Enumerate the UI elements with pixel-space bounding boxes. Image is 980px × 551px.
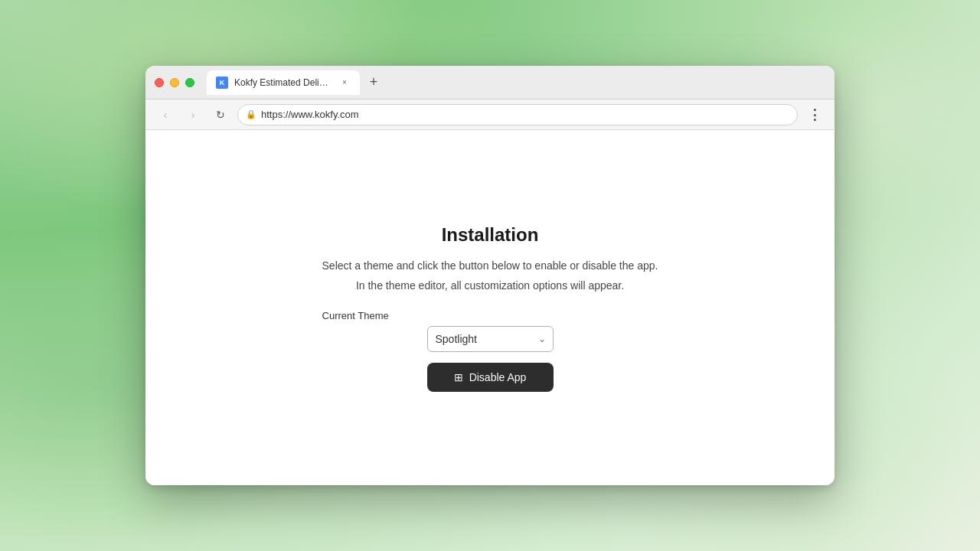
address-text: https://www.kokfy.com xyxy=(261,109,359,120)
browser-menu-button[interactable]: ⋮ xyxy=(804,104,825,126)
disable-button-label: Disable App xyxy=(469,371,527,383)
minimize-button[interactable] xyxy=(170,78,179,87)
new-tab-button[interactable]: + xyxy=(363,72,384,93)
maximize-button[interactable] xyxy=(185,78,194,87)
theme-select[interactable]: Spotlight Dawn Debut Brooklyn xyxy=(427,326,554,352)
close-button[interactable] xyxy=(155,78,164,87)
installation-card: Installation Select a theme and click th… xyxy=(322,224,658,392)
description-2: In the theme editor, all customization o… xyxy=(356,279,624,292)
back-button[interactable]: ‹ xyxy=(155,104,176,126)
tab-close-button[interactable]: × xyxy=(338,77,351,89)
page-title: Installation xyxy=(442,224,539,246)
browser-window: K Kokfy Estimated Delivery × + ‹ › ↻ 🔒 h… xyxy=(145,66,835,485)
tab-favicon: K xyxy=(216,77,228,89)
traffic-lights xyxy=(155,78,194,87)
forward-button[interactable]: › xyxy=(182,104,204,126)
title-bar: K Kokfy Estimated Delivery × + xyxy=(145,66,835,99)
nav-bar: ‹ › ↻ 🔒 https://www.kokfy.com ⋮ xyxy=(145,99,835,130)
description-1: Select a theme and click the button belo… xyxy=(322,259,658,272)
external-link-icon: ⊞ xyxy=(454,371,463,383)
active-tab[interactable]: K Kokfy Estimated Delivery × xyxy=(207,70,360,95)
address-bar[interactable]: 🔒 https://www.kokfy.com xyxy=(237,104,798,126)
page-content: Installation Select a theme and click th… xyxy=(145,130,835,485)
lock-icon: 🔒 xyxy=(246,109,256,119)
tab-title: Kokfy Estimated Delivery xyxy=(234,77,332,88)
tab-bar: K Kokfy Estimated Delivery × + xyxy=(207,70,825,95)
theme-select-wrapper: Spotlight Dawn Debut Brooklyn ⌄ xyxy=(427,326,554,352)
disable-app-button[interactable]: ⊞ Disable App xyxy=(427,363,554,392)
theme-label: Current Theme xyxy=(322,310,658,321)
reload-button[interactable]: ↻ xyxy=(210,104,231,126)
